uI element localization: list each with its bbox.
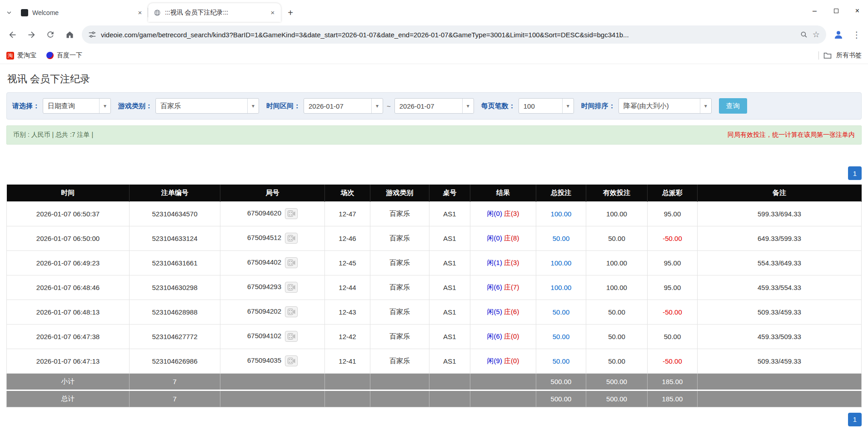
total-count: 7 (130, 390, 220, 407)
round-number: 675094512 (247, 234, 281, 241)
cell-note: 509.33/459.33 (698, 300, 862, 324)
bookmarks-bar: 淘 爱淘宝 百度一下 所有书签 (0, 47, 868, 64)
video-replay-icon[interactable] (285, 282, 298, 293)
browser-menu-button[interactable]: ⋮ (849, 30, 864, 40)
cell-game-type: 百家乐 (370, 300, 429, 324)
caret-down-icon[interactable]: ▾ (99, 99, 110, 113)
total-empty-cell (325, 390, 370, 407)
total-bet-link[interactable]: 100.00 (551, 259, 572, 267)
video-glyph (288, 358, 295, 364)
col-header-result: 结果 (470, 185, 536, 201)
zoom-button[interactable] (800, 30, 808, 39)
cell-round: 675094620 (220, 201, 325, 226)
subtotal-total-bet: 500.00 (536, 373, 586, 390)
magnifier-icon (800, 30, 808, 39)
new-tab-button[interactable]: + (284, 6, 297, 20)
minimize-button[interactable]: – (804, 0, 825, 22)
tab-close-icon[interactable]: × (135, 8, 145, 17)
bookmark-star-button[interactable]: ☆ (813, 30, 820, 40)
video-replay-icon[interactable] (285, 233, 298, 244)
home-button[interactable] (61, 26, 78, 43)
date-start-value: 2026-01-07 (304, 99, 371, 113)
total-bet-link[interactable]: 50.00 (553, 308, 570, 316)
cell-table-no: AS1 (429, 275, 470, 300)
round-number: 675094402 (247, 258, 281, 266)
cell-round: 675094402 (220, 250, 325, 275)
cell-payout: 95.00 (648, 250, 698, 275)
caret-down-icon[interactable]: ▾ (247, 99, 259, 113)
caret-down-icon[interactable]: ▾ (462, 99, 474, 113)
caret-down-icon[interactable]: ▾ (562, 99, 574, 113)
cell-time: 2026-01-07 06:50:00 (7, 226, 130, 250)
col-header-valid-bet: 有效投注 (586, 185, 648, 201)
search-button[interactable]: 查询 (719, 98, 747, 114)
cell-session: 12-43 (325, 300, 370, 324)
total-bet-link[interactable]: 50.00 (553, 235, 570, 242)
total-empty-cell (370, 390, 429, 407)
date-start-select[interactable]: 2026-01-07 ▾ (304, 98, 383, 114)
caret-down-icon[interactable]: ▾ (371, 99, 383, 113)
video-replay-icon[interactable] (285, 355, 298, 366)
tab-search-button[interactable] (3, 4, 15, 22)
filter-label: 时间区间： (266, 102, 300, 110)
all-bookmarks-button[interactable]: 所有书签 (818, 51, 862, 60)
cell-bet-id: 523104628988 (130, 300, 220, 324)
cell-total-bet: 50.00 (536, 226, 586, 250)
forward-button[interactable] (23, 26, 40, 43)
video-replay-icon[interactable] (285, 306, 298, 317)
cell-note: 459.33/554.33 (698, 275, 862, 300)
total-total-bet: 500.00 (536, 390, 586, 407)
video-replay-icon[interactable] (285, 208, 298, 219)
table-row: 2026-01-07 06:50:37523104634570675094620… (7, 201, 862, 226)
site-settings-button[interactable] (88, 30, 96, 39)
pagination-page-1[interactable]: 1 (848, 413, 862, 426)
reload-button[interactable] (42, 26, 59, 43)
query-mode-select[interactable]: 日期查询 ▾ (43, 98, 111, 114)
total-bet-link[interactable]: 50.00 (553, 357, 570, 365)
cell-total-bet: 100.00 (536, 250, 586, 275)
cell-bet-id: 523104627772 (130, 324, 220, 349)
cell-bet-id: 523104633124 (130, 226, 220, 250)
cell-table-no: AS1 (429, 349, 470, 373)
cell-round: 675094035 (220, 349, 325, 373)
total-bet-link[interactable]: 50.00 (553, 333, 570, 340)
cell-result: 闲(9) 庄(0) (470, 349, 536, 373)
caret-down-icon[interactable]: ▾ (700, 99, 711, 113)
cell-session: 12-46 (325, 226, 370, 250)
result-banker: 庄(0) (504, 357, 519, 365)
cell-result: 闲(5) 庄(6) (470, 300, 536, 324)
col-header-note: 备注 (698, 185, 862, 201)
profile-button[interactable] (830, 26, 847, 43)
tab-welcome[interactable]: Welcome × (15, 3, 148, 22)
video-glyph (288, 333, 295, 340)
table-row: 2026-01-07 06:49:23523104631661675094402… (7, 250, 862, 275)
video-replay-icon[interactable] (285, 257, 298, 268)
tab-close-icon[interactable]: × (268, 8, 277, 17)
pagination-page-1[interactable]: 1 (848, 166, 862, 180)
tab-bet-records[interactable]: :::视讯 会员下注纪录::: × (148, 3, 281, 22)
cell-payout: 50.00 (648, 324, 698, 349)
bookmark-label: 百度一下 (57, 51, 82, 60)
bookmark-taobao[interactable]: 淘 爱淘宝 (6, 51, 36, 60)
result-banker: 庄(6) (504, 308, 519, 315)
cell-round: 675094102 (220, 324, 325, 349)
page-size-select[interactable]: 100 ▾ (519, 98, 574, 114)
cell-valid-bet: 50.00 (586, 300, 648, 324)
tab-title: :::视讯 会员下注纪录::: (165, 9, 264, 17)
bookmark-baidu[interactable]: 百度一下 (46, 51, 82, 60)
address-bar[interactable]: videoie.com/game/betrecord_search/kind3?… (82, 25, 826, 44)
date-end-select[interactable]: 2026-01-07 ▾ (394, 98, 474, 114)
close-window-button[interactable]: × (847, 0, 868, 22)
url-text[interactable]: videoie.com/game/betrecord_search/kind3?… (101, 31, 795, 39)
back-button[interactable] (4, 26, 21, 43)
video-replay-icon[interactable] (285, 331, 298, 342)
cell-total-bet: 100.00 (536, 201, 586, 226)
game-type-select[interactable]: 百家乐 ▾ (155, 98, 259, 114)
result-banker: 庄(8) (504, 234, 519, 242)
maximize-button[interactable] (825, 0, 847, 22)
total-bet-link[interactable]: 100.00 (551, 210, 572, 218)
sort-select[interactable]: 降幂(由大到小) ▾ (619, 98, 712, 114)
total-bet-link[interactable]: 100.00 (551, 284, 572, 291)
bookmark-label: 爱淘宝 (17, 51, 36, 60)
date-end-value: 2026-01-07 (395, 99, 462, 113)
